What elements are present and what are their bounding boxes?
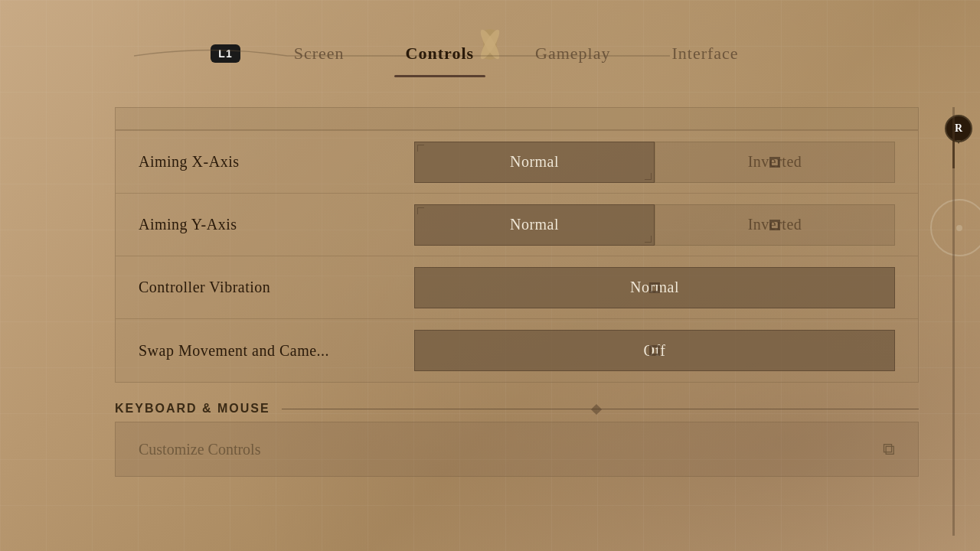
controller-vibration-normal-btn[interactable]: Normal [414, 267, 895, 308]
aiming-x-axis-options: Normal Inverted [414, 142, 895, 183]
settings-container: Aiming X-Axis Normal Inverted Aiming Y-A… [115, 130, 919, 383]
keyboard-mouse-section: KEYBOARD & MOUSE Customize Controls ⧉ [115, 402, 919, 477]
swap-movement-label: Swap Movement and Came... [139, 342, 414, 360]
main-content: R Aiming X-Axis Normal Inverted [115, 107, 919, 536]
scrollbar-track [952, 107, 955, 536]
nav-tabs: L1 Screen Controls Gameplay Interface [211, 36, 769, 71]
scrollbar[interactable] [946, 107, 961, 536]
section-divider-line [282, 409, 919, 409]
partial-row-top [115, 107, 919, 130]
aiming-y-normal-btn[interactable]: Normal [414, 204, 655, 246]
swap-movement-row: Swap Movement and Came... Off [116, 319, 918, 382]
tab-screen[interactable]: Screen [263, 36, 375, 71]
tab-interface[interactable]: Interface [641, 36, 769, 71]
aiming-x-axis-row: Aiming X-Axis Normal Inverted [116, 131, 918, 194]
controller-vibration-options: Normal [414, 267, 895, 308]
aiming-x-normal-btn[interactable]: Normal [414, 142, 655, 183]
customize-controls-icon: ⧉ [883, 439, 895, 459]
controller-vibration-label: Controller Vibration [139, 279, 414, 296]
tab-gameplay[interactable]: Gameplay [505, 36, 641, 71]
swap-movement-options: Off [414, 330, 895, 371]
scrollbar-thumb [952, 122, 955, 168]
aiming-y-inverted-btn[interactable]: Inverted [655, 204, 895, 246]
customize-controls-row[interactable]: Customize Controls ⧉ [115, 422, 919, 477]
tab-controls[interactable]: Controls [375, 36, 505, 71]
keyboard-mouse-header: KEYBOARD & MOUSE [115, 402, 919, 422]
aiming-y-axis-options: Normal Inverted [414, 204, 895, 246]
aiming-x-axis-label: Aiming X-Axis [139, 153, 414, 171]
aiming-y-axis-row: Aiming Y-Axis Normal Inverted [116, 194, 918, 256]
swap-movement-off-btn[interactable]: Off [414, 330, 895, 371]
aiming-x-inverted-btn[interactable]: Inverted [655, 142, 895, 183]
controller-vibration-row: Controller Vibration Normal [116, 256, 918, 319]
header: L1 Screen Controls Gameplay Interface [0, 0, 980, 107]
customize-controls-label: Customize Controls [139, 441, 260, 458]
aiming-y-axis-label: Aiming Y-Axis [139, 216, 414, 233]
